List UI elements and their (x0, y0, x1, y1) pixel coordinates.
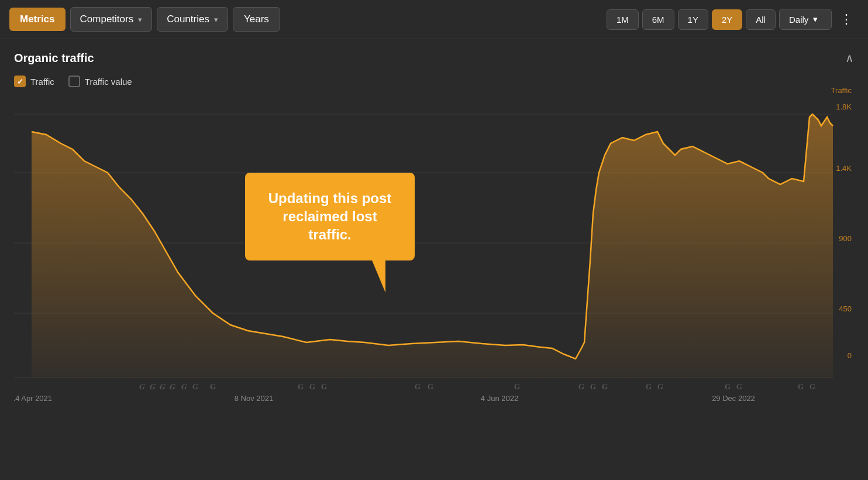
x-label-jun2022: 4 Jun 2022 (481, 394, 518, 403)
time-2y-button[interactable]: 2Y (712, 9, 742, 30)
g-marker-16: 𝐆 (602, 382, 608, 391)
annotation-bubble: Updating this post reclaimed lost traffi… (245, 173, 415, 260)
time-6m-button[interactable]: 6M (642, 9, 674, 30)
g-marker-2: 𝐆 (149, 382, 156, 391)
g-marker-1: 𝐆 (139, 382, 145, 391)
countries-label: Countries (167, 13, 209, 25)
g-marker-7: 𝐆 (210, 382, 216, 391)
g-marker-8: 𝐆 (298, 382, 304, 391)
countries-dropdown-icon: ▾ (214, 15, 218, 24)
time-1y-button[interactable]: 1Y (678, 9, 708, 30)
more-options-button[interactable]: ⋮ (835, 9, 859, 29)
traffic-checkbox[interactable] (14, 76, 26, 87)
g-marker-19: 𝐆 (725, 382, 731, 391)
annotation-text: Updating this post reclaimed lost traffi… (268, 190, 392, 242)
x-label-nov2021: 8 Nov 2021 (235, 394, 274, 403)
chart-svg: 14 Apr 2021 8 Nov 2021 4 Jun 2022 29 Dec… (14, 97, 839, 413)
toolbar-left: Metrics Competitors ▾ Countries ▾ Years (9, 7, 602, 32)
chart-legend: Traffic Traffic value (14, 76, 854, 87)
traffic-value-legend-item: Traffic value (68, 76, 132, 87)
g-marker-12: 𝐆 (428, 382, 433, 391)
years-button[interactable]: Years (233, 7, 280, 32)
toolbar: Metrics Competitors ▾ Countries ▾ Years … (0, 0, 868, 39)
time-1m-button[interactable]: 1M (607, 9, 639, 30)
g-marker-22: 𝐆 (810, 382, 815, 391)
g-marker-21: 𝐆 (798, 382, 804, 391)
section-header: Organic traffic ∧ (14, 51, 854, 65)
g-marker-5: 𝐆 (181, 382, 187, 391)
g-marker-14: 𝐆 (578, 382, 584, 391)
traffic-value-checkbox[interactable] (68, 76, 80, 87)
traffic-legend-item: Traffic (14, 76, 54, 87)
g-marker-20: 𝐆 (736, 382, 742, 391)
toolbar-right: 1M 6M 1Y 2Y All Daily ▾ ⋮ (607, 9, 859, 30)
g-marker-4: 𝐆 (169, 382, 175, 391)
competitors-dropdown-icon: ▾ (138, 15, 142, 24)
g-marker-11: 𝐆 (415, 382, 421, 391)
g-marker-13: 𝐆 (514, 382, 520, 391)
y-label-450: 450 (839, 304, 852, 313)
g-marker-17: 𝐆 (646, 382, 652, 391)
g-marker-18: 𝐆 (657, 382, 663, 391)
traffic-value-legend-label: Traffic value (85, 77, 132, 87)
x-label-apr2021: 14 Apr 2021 (14, 394, 52, 403)
g-marker-15: 𝐆 (590, 382, 596, 391)
g-marker-9: 𝐆 (309, 382, 315, 391)
g-marker-10: 𝐆 (321, 382, 327, 391)
collapse-button[interactable]: ∧ (845, 51, 854, 65)
chart-container: Traffic 1.8K 1.4K 900 450 0 (14, 97, 854, 448)
g-marker-3: 𝐆 (159, 382, 166, 391)
granularity-dropdown-icon: ▾ (813, 14, 818, 25)
g-marker-6: 𝐆 (192, 382, 198, 391)
traffic-legend-label: Traffic (30, 77, 54, 87)
granularity-label: Daily (789, 15, 808, 25)
competitors-button[interactable]: Competitors ▾ (70, 7, 153, 32)
section-title: Organic traffic (14, 52, 94, 65)
main-content: Organic traffic ∧ Traffic Traffic value … (0, 39, 868, 448)
metrics-button[interactable]: Metrics (9, 8, 66, 31)
y-label-0: 0 (848, 351, 852, 360)
time-all-button[interactable]: All (746, 9, 776, 30)
granularity-button[interactable]: Daily ▾ (779, 9, 832, 30)
x-label-dec2022: 29 Dec 2022 (712, 394, 755, 403)
y-label-900: 900 (839, 234, 852, 243)
countries-button[interactable]: Countries ▾ (157, 7, 228, 32)
y-axis-title: Traffic (831, 86, 852, 95)
competitors-label: Competitors (80, 13, 134, 25)
